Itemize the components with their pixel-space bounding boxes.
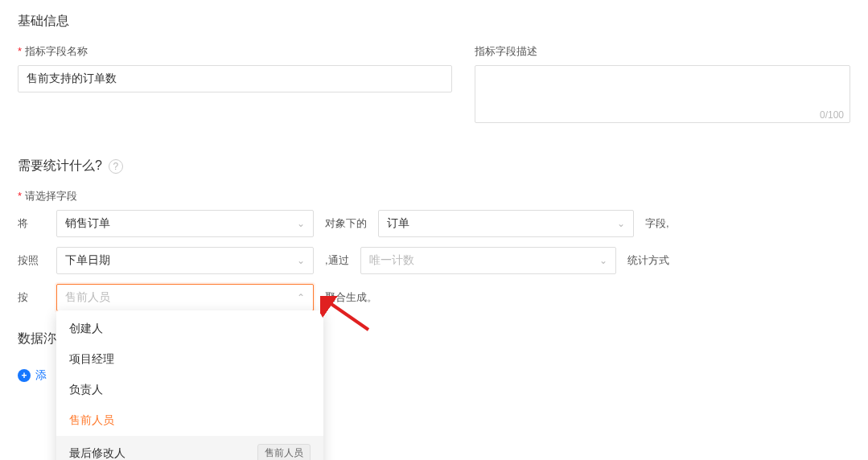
chevron-down-icon: ⌄ [297, 218, 305, 229]
dropdown-option-selected[interactable]: 售前人员 [56, 405, 323, 436]
plus-icon: + [18, 369, 31, 382]
mid-text: ,通过 [325, 253, 349, 268]
chevron-down-icon: ⌄ [297, 255, 305, 266]
trail-text: 字段, [645, 216, 669, 231]
select-object[interactable]: 销售订单 ⌄ [56, 210, 314, 237]
select-stat-method[interactable]: 唯一计数 ⌄ [360, 247, 616, 274]
dropdown-aggregate-options: 创建人 项目经理 负责人 售前人员 最后修改人 售前人员 [56, 310, 323, 460]
section-title-basic: 基础信息 [18, 13, 850, 30]
dropdown-option[interactable]: 最后修改人 售前人员 [56, 436, 323, 460]
stat-row-1: 将 销售订单 ⌄ 对象下的 订单 ⌄ 字段, [18, 210, 850, 237]
row-label: 按 [18, 290, 56, 305]
mid-text: 聚合生成。 [325, 290, 377, 305]
option-tag: 售前人员 [257, 444, 311, 460]
textarea-field-desc[interactable] [475, 65, 850, 123]
dropdown-option[interactable]: 项目经理 [56, 344, 323, 375]
section-title-stat: 需要统计什么? ? [18, 158, 850, 175]
row-label: 按照 [18, 253, 56, 268]
row-label: 将 [18, 216, 56, 231]
stat-row-2: 按照 下单日期 ⌄ ,通过 唯一计数 ⌄ 统计方式 [18, 247, 850, 274]
select-aggregate-by[interactable]: 售前人员 ⌃ [56, 284, 314, 311]
input-field-name[interactable] [18, 65, 452, 92]
mid-text: 对象下的 [325, 216, 367, 231]
help-icon[interactable]: ? [109, 159, 123, 174]
chevron-down-icon: ⌄ [617, 218, 625, 229]
stat-row-3: 按 售前人员 ⌃ 聚合生成。 [18, 284, 850, 311]
select-field[interactable]: 订单 ⌄ [378, 210, 634, 237]
trail-text: 统计方式 [627, 253, 669, 268]
chevron-up-icon: ⌃ [297, 292, 305, 303]
dropdown-option[interactable]: 创建人 [56, 314, 323, 344]
label-field-desc: 指标字段描述 [475, 44, 850, 59]
label-field-name: 指标字段名称 [18, 44, 452, 59]
select-date-field[interactable]: 下单日期 ⌄ [56, 247, 314, 274]
add-button[interactable]: + 添 [18, 368, 47, 383]
dropdown-option[interactable]: 负责人 [56, 375, 323, 405]
chevron-down-icon: ⌄ [599, 255, 607, 266]
char-count: 0/100 [820, 109, 844, 121]
label-select-field: 请选择字段 [18, 189, 850, 203]
